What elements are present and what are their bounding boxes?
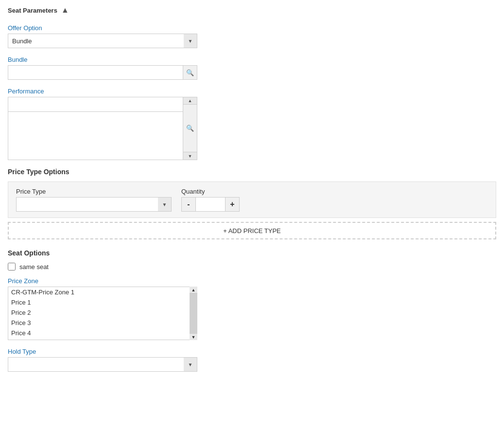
performance-scroll-down-icon[interactable]: ▼	[183, 152, 197, 160]
offer-option-select-wrapper: Bundle Single Package ▼	[8, 34, 197, 48]
price-zone-scrollbar: ▲ ▼	[190, 287, 197, 340]
list-item[interactable]: Price 4	[8, 328, 197, 338]
list-item[interactable]: Price 1	[8, 297, 197, 307]
hold-type-label: Hold Type	[8, 348, 496, 355]
performance-textarea[interactable]	[8, 112, 183, 160]
price-zone-label: Price Zone	[8, 277, 496, 285]
offer-option-label: Offer Option	[8, 24, 496, 32]
performance-right: ▲ 🔍 ▼	[183, 97, 197, 160]
list-item[interactable]: Price 3	[8, 318, 197, 328]
price-type-col-label: Price Type	[16, 188, 172, 195]
bundle-search-button[interactable]: 🔍	[183, 65, 197, 80]
page-title: Seat Parameters	[8, 7, 57, 14]
same-seat-row: same seat	[8, 263, 496, 271]
list-item[interactable]: Price 2	[8, 307, 197, 318]
quantity-label: Quantity	[181, 188, 240, 195]
add-price-type-button[interactable]: + ADD PRICE TYPE	[8, 222, 496, 239]
performance-search-icon: 🔍	[186, 125, 194, 132]
bundle-search-icon: 🔍	[186, 69, 194, 76]
price-type-col: Price Type ▼	[16, 188, 172, 212]
price-type-select-wrapper: ▼	[16, 197, 172, 212]
offer-option-select[interactable]: Bundle Single Package	[8, 34, 197, 48]
performance-top-input[interactable]	[8, 97, 183, 112]
price-type-options-title: Price Type Options	[8, 168, 496, 176]
performance-wrapper: ▲ 🔍 ▼	[8, 97, 197, 160]
offer-option-group: Offer Option Bundle Single Package ▼	[8, 24, 496, 48]
same-seat-label: same seat	[19, 263, 49, 271]
quantity-minus-button[interactable]: -	[181, 197, 196, 212]
hold-type-group: Hold Type Hold Type A Hold Type B ▼	[8, 348, 496, 372]
seat-options-section: Seat Options same seat Price Zone CR-GTM…	[8, 249, 496, 372]
performance-left	[8, 97, 183, 160]
performance-scroll-up-icon[interactable]: ▲	[183, 97, 197, 105]
price-zone-scroll-track[interactable]	[190, 293, 197, 333]
price-zone-group: Price Zone CR-GTM-Price Zone 1 Price 1 P…	[8, 277, 496, 340]
hold-type-select[interactable]: Hold Type A Hold Type B	[8, 357, 197, 372]
price-type-select[interactable]	[16, 197, 172, 212]
quantity-input[interactable]	[196, 197, 225, 212]
price-zone-scroll-up-icon[interactable]: ▲	[190, 287, 197, 293]
price-zone-container: CR-GTM-Price Zone 1 Price 1 Price 2 Pric…	[8, 287, 197, 340]
hold-type-select-wrapper: Hold Type A Hold Type B ▼	[8, 357, 197, 372]
bundle-input[interactable]	[8, 65, 183, 80]
bundle-search-wrapper: 🔍	[8, 65, 197, 80]
price-type-row: Price Type ▼ Quantity - +	[8, 181, 496, 218]
price-zone-scroll-down-icon[interactable]: ▼	[190, 333, 197, 340]
performance-search-button[interactable]: 🔍	[183, 105, 197, 152]
collapse-icon[interactable]: ▲	[61, 6, 69, 15]
add-price-type-label: + ADD PRICE TYPE	[223, 227, 281, 235]
performance-label: Performance	[8, 88, 496, 95]
performance-group: Performance ▲ 🔍 ▼	[8, 88, 496, 160]
quantity-col: Quantity - +	[181, 188, 240, 212]
quantity-plus-button[interactable]: +	[225, 197, 240, 212]
list-item[interactable]: Price 5	[8, 338, 197, 340]
bundle-group: Bundle 🔍	[8, 56, 496, 80]
seat-options-title: Seat Options	[8, 249, 496, 257]
bundle-label: Bundle	[8, 56, 496, 63]
price-zone-list[interactable]: CR-GTM-Price Zone 1 Price 1 Price 2 Pric…	[8, 287, 197, 340]
quantity-wrapper: - +	[181, 197, 240, 212]
price-type-options-section: Price Type Options Price Type ▼ Quantity…	[8, 168, 496, 239]
list-item[interactable]: CR-GTM-Price Zone 1	[8, 287, 197, 297]
same-seat-checkbox[interactable]	[8, 263, 16, 271]
page-title-row: Seat Parameters ▲	[8, 6, 496, 15]
